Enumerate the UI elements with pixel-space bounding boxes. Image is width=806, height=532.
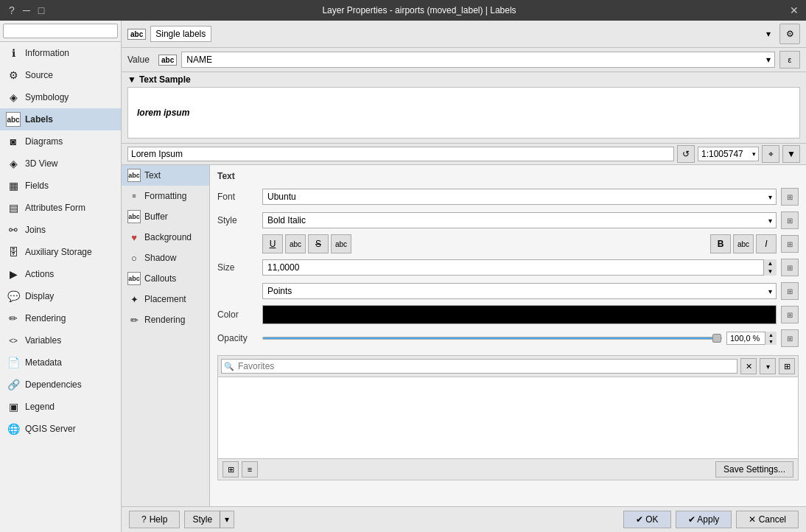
value-field-select[interactable]: NAME	[181, 52, 775, 68]
size-input[interactable]	[262, 259, 777, 276]
opacity-slider[interactable]	[262, 337, 722, 340]
opacity-override-btn[interactable]: ⊞	[781, 329, 799, 347]
mode-bar: abc Single labels ⚙	[122, 21, 806, 48]
style-override-btn[interactable]: ⊞	[781, 211, 799, 229]
italic-btn[interactable]: I	[756, 234, 777, 253]
favorites-grid-icon-btn[interactable]: ⊞	[779, 358, 795, 374]
sidebar-item-variables[interactable]: <> Variables	[0, 329, 121, 351]
color-override-btn[interactable]: ⊞	[781, 306, 799, 323]
favorites-dropdown-btn[interactable]: ▾	[760, 358, 776, 374]
sidebar-search-input[interactable]	[3, 24, 118, 38]
sub-item-formatting[interactable]: ≡ Formatting	[122, 186, 209, 206]
maximize-btn[interactable]: □	[35, 4, 47, 16]
style-select[interactable]: Bold Italic	[262, 212, 777, 228]
sample-text-input[interactable]	[127, 147, 674, 161]
sidebar-item-qgis-server[interactable]: 🌐 QGIS Server	[0, 418, 121, 440]
value-expr-button[interactable]: ε	[779, 51, 800, 69]
sample-cursor-btn[interactable]: ⌖	[762, 145, 779, 163]
auxiliary-storage-icon: 🗄	[6, 245, 21, 259]
sidebar-item-actions[interactable]: ▶ Actions	[0, 263, 121, 285]
sidebar-item-source[interactable]: ⚙ Source	[0, 64, 121, 86]
apply-button[interactable]: ✔ Apply	[676, 511, 732, 528]
opacity-up-btn[interactable]: ▲	[765, 332, 777, 338]
sidebar-item-metadata[interactable]: 📄 Metadata	[0, 351, 121, 374]
font-select[interactable]: Ubuntu	[262, 189, 777, 205]
sidebar-item-display[interactable]: 💬 Display	[0, 285, 121, 307]
sidebar-item-fields[interactable]: ▦ Fields	[0, 175, 121, 197]
sidebar-item-dependencies[interactable]: 🔗 Dependencies	[0, 374, 121, 396]
text-sample-header[interactable]: ▼ Text Sample	[122, 72, 806, 87]
sub-sidebar: abc Text ≡ Formatting abc Buffer ♥ Backg…	[122, 165, 210, 506]
sub-item-background[interactable]: ♥ Background	[122, 227, 209, 248]
underline-btn[interactable]: U	[262, 234, 283, 253]
sidebar-item-3dview[interactable]: ◈ 3D View	[0, 153, 121, 175]
sidebar-label-information: Information	[25, 48, 69, 58]
symbology-icon: ◈	[6, 90, 21, 105]
subscript-left-btn[interactable]: abc	[285, 234, 306, 253]
style-buttons-override-btn[interactable]: ⊞	[781, 235, 799, 253]
label-mode-select[interactable]: Single labels	[150, 26, 211, 42]
labels-icon: abc	[6, 112, 21, 127]
opacity-down-btn[interactable]: ▼	[765, 338, 777, 345]
style-buttons-group: U abc S abc	[262, 234, 706, 253]
sub-item-text[interactable]: abc Text	[122, 165, 209, 186]
sub-item-callouts[interactable]: abc Callouts	[122, 268, 209, 289]
style-dropdown-main-btn[interactable]: Style	[184, 511, 220, 528]
help-btn[interactable]: ?	[6, 4, 18, 16]
help-button[interactable]: ? Help	[129, 511, 180, 528]
legend-icon: ▣	[6, 399, 21, 414]
style-dropdown-arrow-btn[interactable]: ▾	[220, 511, 234, 528]
favorites-grid-btn[interactable]: ⊞	[222, 461, 239, 477]
bottom-right-actions: ✔ OK ✔ Apply ✕ Cancel	[623, 511, 799, 528]
color-picker[interactable]	[262, 305, 777, 324]
sample-refresh-btn[interactable]: ↺	[677, 145, 695, 163]
favorites-search-input[interactable]	[221, 359, 737, 374]
sidebar: ℹ Information ⚙ Source ◈ Symbology abc L…	[0, 21, 122, 532]
sidebar-item-diagrams[interactable]: ◙ Diagrams	[0, 130, 121, 153]
cancel-button[interactable]: ✕ Cancel	[736, 511, 799, 528]
size-unit-override-btn[interactable]: ⊞	[781, 282, 799, 300]
size-unit-control: Points	[262, 283, 777, 299]
actions-icon: ▶	[6, 267, 21, 281]
sidebar-item-symbology[interactable]: ◈ Symbology	[0, 86, 121, 108]
sample-scroll-btn[interactable]: ▼	[782, 145, 800, 163]
sidebar-label-legend: Legend	[25, 402, 55, 412]
sub-item-placement[interactable]: ✦ Placement	[122, 289, 209, 309]
sidebar-label-fields: Fields	[25, 181, 49, 191]
size-unit-select[interactable]: Points	[262, 283, 777, 299]
value-label: Value	[127, 55, 154, 65]
superscript-right-btn[interactable]: abc	[331, 234, 351, 253]
save-settings-btn[interactable]: Save Settings...	[715, 461, 793, 477]
sidebar-item-rendering[interactable]: ✏ Rendering	[0, 307, 121, 329]
settings-icon-btn[interactable]: ⚙	[779, 24, 800, 44]
sidebar-item-legend[interactable]: ▣ Legend	[0, 396, 121, 418]
3dview-icon: ◈	[6, 156, 21, 171]
sub-item-buffer[interactable]: abc Buffer	[122, 206, 209, 227]
size-down-btn[interactable]: ▼	[763, 267, 777, 276]
size-up-btn[interactable]: ▲	[763, 259, 777, 267]
sub-item-buffer-label: Buffer	[144, 211, 168, 222]
minimize-btn[interactable]: ─	[21, 4, 32, 16]
close-btn[interactable]: ✕	[788, 4, 800, 16]
ok-button[interactable]: ✔ OK	[623, 511, 671, 528]
bold-btn[interactable]: B	[710, 234, 731, 253]
sidebar-item-attributes-form[interactable]: ▤ Attributes Form	[0, 197, 121, 219]
ratio-select[interactable]: 1:1005747	[698, 147, 759, 161]
sub-item-callouts-label: Callouts	[144, 273, 176, 284]
font-override-btn[interactable]: ⊞	[781, 188, 799, 206]
sub-item-shadow[interactable]: ○ Shadow	[122, 248, 209, 268]
sidebar-item-information[interactable]: ℹ Information	[0, 42, 121, 64]
sidebar-item-joins[interactable]: ⚯ Joins	[0, 219, 121, 241]
sidebar-item-auxiliary-storage[interactable]: 🗄 Auxiliary Storage	[0, 241, 121, 263]
mode-abc-icon: abc	[127, 29, 146, 40]
size-unit-row: Points ⊞	[217, 281, 799, 301]
strikethrough-btn[interactable]: S	[308, 234, 329, 253]
bold-right-btn[interactable]: abc	[733, 234, 754, 253]
favorites-list-btn[interactable]: ≡	[242, 461, 258, 477]
text-sample-preview: lorem ipsum	[127, 87, 800, 139]
sidebar-item-labels[interactable]: abc Labels	[0, 108, 121, 130]
sub-item-rendering-tab[interactable]: ✏ Rendering	[122, 309, 209, 330]
size-spinner: ▲ ▼	[763, 259, 777, 276]
size-override-btn[interactable]: ⊞	[781, 259, 799, 276]
favorites-clear-btn[interactable]: ✕	[740, 358, 757, 374]
